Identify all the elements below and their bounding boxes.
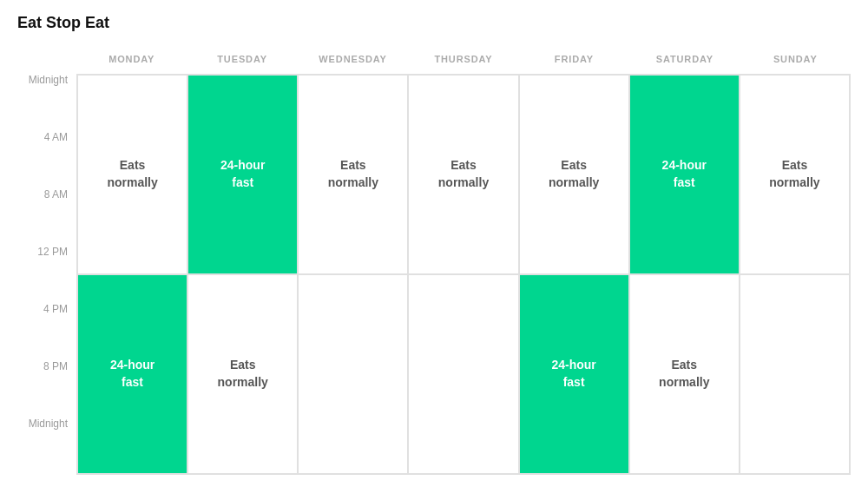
schedule-grid: Midnight 4 AM 8 AM 12 PM 4 PM 8 PM Midni… xyxy=(17,44,851,475)
day-headers: MONDAY TUESDAY WEDNESDAY THURSDAY FRIDAY… xyxy=(76,44,851,74)
time-12pm: 12 PM xyxy=(17,246,76,303)
time-8am: 8 AM xyxy=(17,188,76,246)
header-sunday: SUNDAY xyxy=(740,44,851,74)
cell-mon-top: Eatsnormally xyxy=(77,75,187,274)
header-saturday: SATURDAY xyxy=(629,44,740,74)
cell-thu-bottom xyxy=(408,274,518,474)
time-midnight-top: Midnight xyxy=(17,74,76,131)
time-labels: Midnight 4 AM 8 AM 12 PM 4 PM 8 PM Midni… xyxy=(17,44,76,475)
cell-wed-bottom xyxy=(298,274,408,474)
grid-body: Eatsnormally 24-hourfast Eatsnormally Ea… xyxy=(76,74,851,475)
cell-sat-top: 24-hourfast xyxy=(629,75,740,274)
header-friday: FRIDAY xyxy=(519,44,629,74)
time-4am: 4 AM xyxy=(17,131,76,188)
header-tuesday: TUESDAY xyxy=(187,44,297,74)
cell-sun-top: Eatsnormally xyxy=(740,75,850,274)
cell-tue-top: 24-hourfast xyxy=(187,75,298,274)
cell-sat-bottom: Eatsnormally xyxy=(629,274,740,474)
page-title: Eat Stop Eat xyxy=(17,14,851,32)
header-thursday: THURSDAY xyxy=(408,44,518,74)
header-monday: MONDAY xyxy=(76,44,187,74)
header-wednesday: WEDNESDAY xyxy=(298,44,408,74)
cell-sun-bottom xyxy=(740,274,850,474)
time-4pm: 4 PM xyxy=(17,303,76,360)
cell-tue-bottom: Eatsnormally xyxy=(187,274,298,474)
grid-main: MONDAY TUESDAY WEDNESDAY THURSDAY FRIDAY… xyxy=(76,44,851,475)
cell-wed-top: Eatsnormally xyxy=(298,75,408,274)
time-8pm: 8 PM xyxy=(17,360,76,418)
cell-thu-top: Eatsnormally xyxy=(408,75,518,274)
cell-fri-top: Eatsnormally xyxy=(519,75,629,274)
time-midnight-bottom: Midnight xyxy=(17,418,76,475)
cell-fri-bottom: 24-hourfast xyxy=(519,274,629,474)
cell-mon-bottom: 24-hourfast xyxy=(77,274,187,474)
